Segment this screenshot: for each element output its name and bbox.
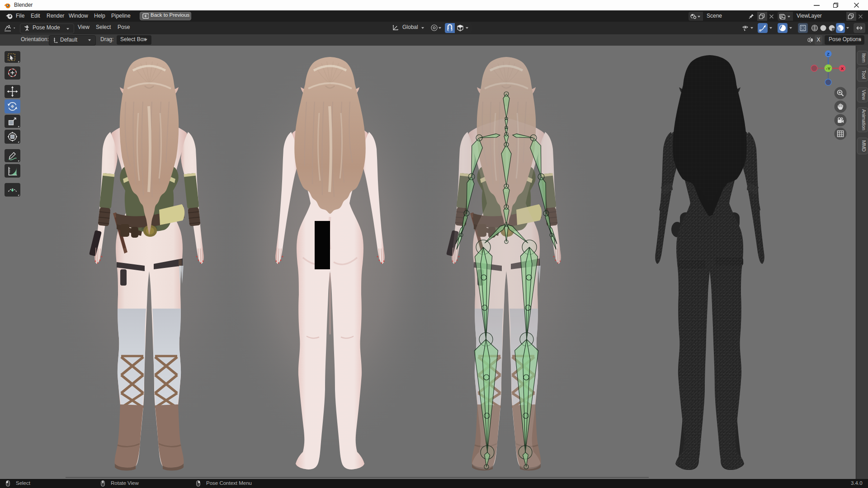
svg-text:Item: Item xyxy=(861,53,867,63)
svg-text:Tool: Tool xyxy=(861,70,867,79)
svg-text:View: View xyxy=(861,90,867,100)
svg-text:Z: Z xyxy=(827,52,830,56)
svg-text:MMD: MMD xyxy=(861,140,867,151)
svg-text:-Y: -Y xyxy=(826,66,830,71)
svg-text:Animation: Animation xyxy=(861,109,867,131)
svg-text:X: X xyxy=(841,66,844,71)
